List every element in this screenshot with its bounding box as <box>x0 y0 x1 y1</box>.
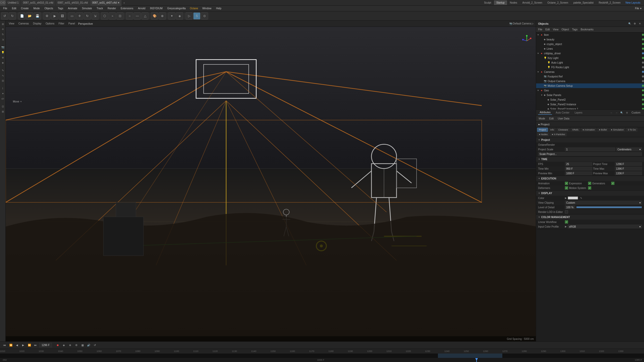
attr-section-time-header[interactable]: ▼ TIME <box>536 157 644 162</box>
sidebar-scale[interactable]: ⇲ <box>1 37 5 42</box>
sidebar-rig[interactable]: ⊡ <box>1 104 5 109</box>
menu-extensions[interactable]: Extensions <box>118 6 135 10</box>
polygon-pen[interactable]: ⬡ <box>101 12 108 20</box>
obj-toolbar-object[interactable]: Object <box>561 28 570 31</box>
viewport-panel-btn[interactable]: Panel <box>67 22 76 25</box>
play-button[interactable]: ▶ <box>21 343 26 348</box>
centimeters-dropdown[interactable]: Centimeters▾ <box>616 148 642 151</box>
project-tab-0[interactable]: Project <box>537 128 548 132</box>
audio-btn[interactable]: 🔊 <box>86 343 91 348</box>
tree-arrow-0[interactable]: ▼ <box>537 34 540 36</box>
menu-greyscalegorilla[interactable]: Greyscalegorilla <box>165 6 188 10</box>
save-button[interactable]: 💾 <box>34 12 41 20</box>
render-lod-checkbox[interactable] <box>565 210 568 213</box>
render-settings-button[interactable]: ⚙ <box>43 12 50 20</box>
time-max-value[interactable]: 1396 F <box>615 167 642 170</box>
menu-simulate[interactable]: Simulate <box>80 6 94 10</box>
project-tab-2[interactable]: Cineware <box>556 128 570 132</box>
sidebar-cube[interactable]: ◈ <box>1 60 5 65</box>
attr-search[interactable]: 🔍 <box>620 111 624 115</box>
attr-section-cm-header[interactable]: ▼ COLOR MANAGEMENT <box>536 214 644 220</box>
menu-window[interactable]: Window <box>200 6 214 10</box>
preview-max-value[interactable]: 1336 F <box>615 171 642 175</box>
timeline-options-btn[interactable]: ⚙ <box>74 343 79 348</box>
polygon-mode[interactable]: △ <box>141 12 149 20</box>
tab-file3[interactable]: 0087_sc01_sh07.c4d ✕ <box>90 0 122 6</box>
tab-untitled[interactable]: Untitled 1 <box>6 0 21 6</box>
menu-help[interactable]: Help <box>214 6 224 10</box>
timeline-playhead[interactable] <box>476 358 477 362</box>
sidebar-pen[interactable]: ✎ <box>1 68 5 73</box>
layout-nodes[interactable]: Nodes <box>507 1 520 5</box>
play-forward-button[interactable]: ⏩ <box>27 343 32 348</box>
prev-keyframe-button[interactable]: ⏪ <box>8 343 13 348</box>
axis-lock[interactable]: ⊕ <box>159 12 166 20</box>
motion-clip-btn[interactable]: ▦ <box>80 343 85 348</box>
tree-arrow-8[interactable]: ▼ <box>537 71 540 73</box>
menu-animate[interactable]: Animate <box>66 6 79 10</box>
obj-toolbar-edit[interactable]: Edit <box>544 28 551 31</box>
menu-tags[interactable]: Tags <box>56 6 65 10</box>
redo-button[interactable]: ↻ <box>9 12 16 20</box>
sidebar-tag[interactable]: 🏷 <box>1 96 5 101</box>
menu-octane[interactable]: Octane <box>188 6 200 10</box>
viewport-cameras-btn[interactable]: Cameras <box>18 22 30 25</box>
tree-item-5[interactable]: 💡Key Light <box>536 56 644 60</box>
tree-item-1[interactable]: ◈beauty <box>536 37 644 42</box>
mograph[interactable]: ◈ <box>176 12 183 20</box>
obj-toolbar-tags[interactable]: Tags <box>571 28 579 31</box>
snap-btn[interactable]: ▷ <box>185 12 193 20</box>
input-color-dropdown[interactable]: sRGB▾ <box>568 225 642 228</box>
viewport-gizmo[interactable] <box>520 35 533 47</box>
tree-arrow-12[interactable]: ▼ <box>537 89 540 92</box>
play-back-button[interactable]: ◀ <box>14 343 20 348</box>
move-tool[interactable]: ✛ <box>76 12 83 20</box>
project-tab-7[interactable]: 0 To Do <box>626 128 638 132</box>
new-scene-button[interactable]: 📄 <box>18 12 26 20</box>
attr-tab-layers[interactable]: Layers <box>573 111 584 115</box>
project-scale-value[interactable]: 1 <box>565 148 615 151</box>
scale-tool[interactable]: ⇲ <box>91 12 99 20</box>
attr-mode-userdata[interactable]: User Data <box>556 117 571 120</box>
layout-palette[interactable]: palette_Specialist <box>571 1 596 5</box>
tree-item-15[interactable]: ◈Solar_Panel2 Instance <box>536 102 644 107</box>
tree-item-14[interactable]: ◈Solar_Panel2 <box>536 97 644 102</box>
goto-start-button[interactable]: ⏮ <box>2 343 7 348</box>
sidebar-joint[interactable]: ⊞ <box>1 109 5 114</box>
open-file-button[interactable]: 📂 <box>26 12 33 20</box>
tree-arrow-4[interactable]: ▼ <box>537 52 540 55</box>
menu-edit[interactable]: Edit <box>10 6 18 10</box>
tree-item-6[interactable]: 💡Auto Light <box>536 60 644 65</box>
live-selection[interactable]: ⊙ <box>201 12 208 20</box>
project-tab-6[interactable]: ● Simulation <box>609 128 626 132</box>
project-tab-4[interactable]: ● Animation <box>581 128 597 132</box>
attr-nav-back[interactable]: ← <box>609 111 614 115</box>
time-min-value[interactable]: 950 F <box>565 167 592 170</box>
project-tab-5[interactable]: ● Bullet <box>597 128 608 132</box>
tree-item-7[interactable]: 💡FG Rocks Light <box>536 65 644 70</box>
sidebar-move[interactable]: ✛ <box>1 27 5 31</box>
attr-mode-mode[interactable]: Mode <box>537 117 547 120</box>
tree-item-8[interactable]: ▼🔺Cameras <box>536 70 644 74</box>
attr-section-execution-header[interactable]: ▼ EXECUTION <box>536 176 644 181</box>
sculpt-brush[interactable]: ✦ <box>168 12 175 20</box>
objects-settings-btn[interactable]: ⚙ <box>633 22 637 26</box>
color-swatch[interactable] <box>568 196 578 200</box>
menu-create[interactable]: Create <box>19 6 31 10</box>
rotate-tool[interactable]: ↻ <box>84 12 91 20</box>
sidebar-extrude[interactable]: ⊟ <box>1 78 5 83</box>
animation-checkbox[interactable]: ✓ <box>565 182 568 185</box>
new-layouts-button[interactable]: New Layouts <box>624 1 642 5</box>
project-tab-8[interactable]: ● Nodes <box>537 132 549 136</box>
project-tab-1[interactable]: Info <box>548 128 556 132</box>
menu-file[interactable]: File <box>1 6 9 10</box>
viewport-display-btn[interactable]: Display <box>32 22 43 25</box>
edge-mode[interactable]: — <box>134 12 141 20</box>
attr-section-display-header[interactable]: ▼ DISPLAY <box>536 191 644 196</box>
goto-end-button[interactable]: ⏭ <box>33 343 38 348</box>
octane-render-btn[interactable]: S <box>193 12 200 20</box>
current-frame-display[interactable]: 1296 F <box>39 343 52 347</box>
viewport-view-btn[interactable]: View <box>8 22 15 25</box>
color-pencil-icon[interactable]: ✎ <box>580 197 582 200</box>
menu-insydium[interactable]: INSYDIUM <box>148 6 165 10</box>
